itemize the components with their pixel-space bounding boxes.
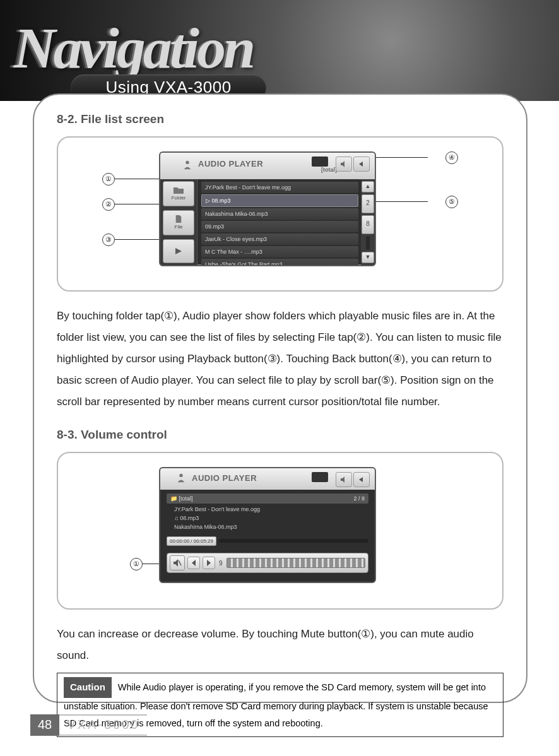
player-logo-icon (175, 472, 187, 483)
mute-icon (173, 558, 182, 567)
screenshot-frame-1: ① ② ③ ④ ⑤ AUDIO PLAYER [total] (57, 136, 503, 292)
header-word: Navigation (14, 19, 253, 77)
scroll-total: 8 (362, 215, 374, 234)
track-line: ♫ 08.mp3 (167, 514, 368, 523)
ap2-header: AUDIO PLAYER (160, 468, 375, 490)
content-panel: 8-2. File list screen ① ② ③ ④ ⑤ AUDIO PL… (33, 93, 527, 703)
file-tab-label: File (175, 224, 183, 230)
control-row: 9 (167, 553, 368, 573)
player-logo-icon (182, 159, 193, 170)
ap-total-label: [total] (321, 167, 337, 173)
list-item[interactable]: ▷ 08.mp3 (201, 194, 358, 207)
playback-button[interactable] (163, 239, 194, 263)
audio-player-screenshot-1: AUDIO PLAYER [total] Folder (159, 151, 376, 266)
svg-point-1 (179, 474, 182, 477)
paragraph-8-3: You can increase or decrease volume. By … (57, 623, 503, 666)
mute-button[interactable] (170, 555, 185, 570)
next-icon (207, 560, 211, 566)
caution-label: Caution (64, 677, 112, 698)
scroll-pos: 2 (362, 194, 374, 213)
list-item[interactable]: 09.mp3 (201, 221, 358, 232)
folder-path-row: 📁 [total] 2 / 8 (167, 493, 368, 504)
callout-3: ③ (102, 233, 115, 246)
sd-card-icon (312, 472, 328, 482)
page-number: 48 (30, 714, 59, 736)
list-item[interactable]: JaeUk - Close eyes.mp3 (201, 233, 358, 245)
audio-player-screenshot-2: AUDIO PLAYER 📁 [total] 2 / 8 JY.Park Bes… (159, 467, 376, 583)
file-tab[interactable]: File (163, 210, 194, 235)
callout-5-leader (372, 201, 428, 202)
callout-2: ② (102, 198, 115, 211)
prev-button[interactable] (187, 557, 200, 569)
ap-header: AUDIO PLAYER [total] (160, 153, 375, 179)
speaker-icon (340, 476, 348, 483)
screenshot-frame-2: ① AUDIO PLAYER 📁 [total] 2 / 8 JY.Par (57, 452, 503, 610)
list-item[interactable]: M C The Max - ….mp3 (201, 246, 358, 257)
track-counter: 2 / 8 (353, 493, 365, 504)
ap2-title: AUDIO PLAYER (192, 473, 257, 483)
back-arrow-icon (358, 160, 365, 168)
list-item[interactable]: Ushe -She's Got The Part.mp3 (201, 259, 358, 266)
scroll-down-button[interactable]: ▼ (362, 252, 374, 263)
back-button[interactable] (353, 157, 370, 172)
ap-sidebar: Folder File (160, 179, 197, 265)
callout-4: ④ (445, 151, 458, 164)
track-line: JY.Park Best - Don't leave me.ogg (167, 505, 368, 514)
play-icon (174, 247, 183, 255)
file-list: JY.Park Best - Don't leave me.ogg ▷ 08.m… (197, 179, 361, 265)
file-icon (174, 215, 184, 223)
back-button[interactable] (353, 472, 370, 487)
time-display: 00:00:00 / 00:05:29 (167, 536, 216, 546)
scroll-track[interactable] (366, 236, 370, 250)
callout-1: ① (102, 173, 115, 186)
svg-line-2 (179, 560, 181, 565)
heading-8-2: 8-2. File list screen (57, 112, 503, 126)
volume-bar[interactable] (227, 558, 365, 568)
footer-model: VXA-3000 (59, 714, 147, 736)
prev-icon (192, 560, 196, 566)
folder-tab[interactable]: Folder (163, 181, 194, 206)
time-bar: 00:00:00 / 00:05:29 (167, 535, 368, 546)
next-button[interactable] (203, 557, 215, 569)
progress-bar[interactable] (219, 539, 368, 543)
paragraph-8-2: By touching folder tap(①), Audio player … (57, 305, 503, 413)
speaker-icon (340, 160, 348, 168)
callout-5: ⑤ (445, 196, 458, 208)
scroll-bar[interactable]: ▲ 2 8 ▼ (361, 179, 375, 265)
speaker-button[interactable] (336, 472, 352, 487)
volume-level: 9 (218, 560, 224, 567)
folder-path-label: 📁 [total] (170, 493, 193, 504)
sd-card-icon (312, 157, 328, 167)
track-line: Nakashima Mika-06.mp3 (167, 523, 368, 531)
ap-title: AUDIO PLAYER (198, 159, 263, 168)
folder-tab-label: Folder (172, 195, 186, 201)
callout-1b: ① (130, 558, 143, 570)
svg-point-0 (185, 161, 189, 164)
folder-icon (174, 186, 184, 194)
speaker-button[interactable] (336, 157, 352, 172)
list-item[interactable]: Nakashima Mika-06.mp3 (201, 208, 358, 220)
list-item[interactable]: JY.Park Best - Don't leave me.ogg (201, 182, 358, 193)
scroll-up-button[interactable]: ▲ (362, 181, 374, 192)
page-footer: 48 VXA-3000 (30, 714, 147, 736)
heading-8-3: 8-3. Volume control (57, 428, 503, 442)
back-arrow-icon (358, 476, 365, 483)
